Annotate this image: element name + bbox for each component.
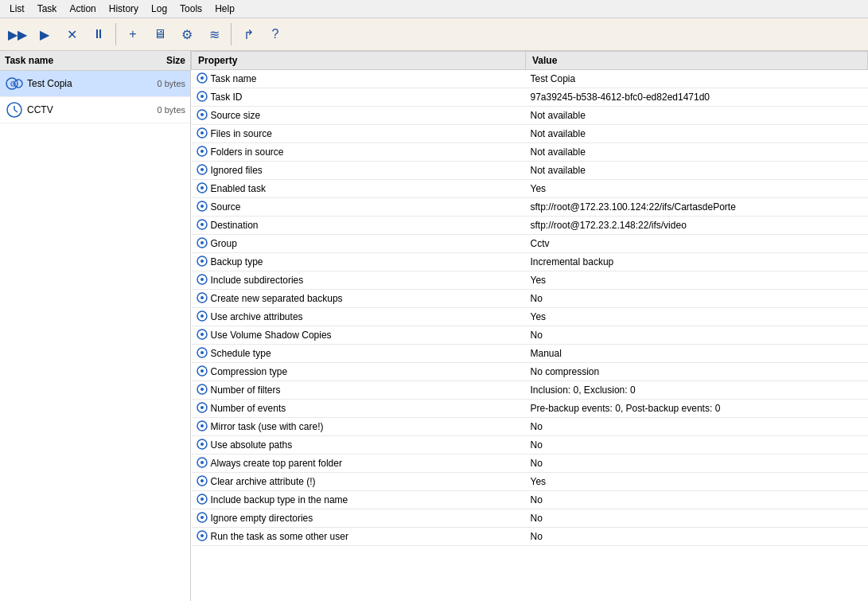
property-name-cell: Folders in source: [192, 143, 526, 162]
svg-point-45: [200, 424, 204, 427]
property-name-text: Number of events: [211, 403, 286, 414]
property-name-cell: Backup type: [192, 253, 526, 271]
property-value-cell: Not available: [526, 107, 868, 125]
col-header-taskname: Task name: [0, 53, 134, 68]
task-row[interactable]: ⚙ Test Copia0 bytes: [0, 71, 190, 97]
run-icon: ▶: [40, 27, 49, 42]
svg-point-17: [200, 168, 204, 171]
property-name-text: Task ID: [211, 92, 243, 103]
property-name-cell: Destination: [192, 217, 526, 235]
toolbar-separator: [231, 23, 232, 45]
property-name-cell: Run the task as some other user: [192, 528, 526, 546]
task-name-label: CCTV: [27, 104, 130, 115]
property-name-text: Task name: [211, 73, 257, 84]
property-row: Ignore empty directoriesNo: [192, 509, 868, 528]
property-name-cell: Group: [192, 235, 526, 253]
property-name-cell: Mirror task (use with care!): [192, 418, 526, 436]
property-icon: [197, 127, 208, 140]
move-icon: ↱: [243, 27, 254, 42]
property-row: Create new separated backupsNo: [192, 290, 868, 308]
svg-point-57: [200, 534, 204, 537]
run-all-button[interactable]: ▶▶: [5, 21, 30, 47]
add-icon: +: [129, 27, 136, 41]
property-value-cell: Yes: [526, 308, 868, 326]
menu-item-task[interactable]: Task: [31, 2, 64, 16]
property-value-cell: No compression: [526, 363, 868, 381]
property-icon: [197, 530, 208, 543]
property-value-cell: Yes: [526, 473, 868, 491]
property-name-cell: Use absolute paths: [192, 436, 526, 455]
settings-button[interactable]: ⚙: [174, 21, 200, 47]
property-row: Include subdirectoriesYes: [192, 271, 868, 290]
property-icon: [197, 439, 208, 451]
property-icon: [197, 475, 208, 488]
property-row: Mirror task (use with care!)No: [192, 418, 868, 436]
move-button[interactable]: ↱: [235, 21, 261, 47]
property-row: Number of filtersInclusion: 0, Exclusion…: [192, 381, 868, 400]
task-row[interactable]: CCTV0 bytes: [0, 97, 190, 123]
property-row: Schedule typeManual: [192, 345, 868, 363]
property-value-cell: Manual: [526, 345, 868, 363]
menu-item-history[interactable]: History: [103, 2, 145, 16]
menu-item-list[interactable]: List: [3, 2, 31, 16]
property-name-text: Backup type: [211, 256, 263, 267]
property-name-text: Folders in source: [211, 146, 284, 158]
property-row: Task ID97a39245-b538-4612-bfc0-ed82ed147…: [192, 88, 868, 107]
property-value-cell: Inclusion: 0, Exclusion: 0: [526, 381, 868, 400]
property-name-cell: Number of events: [192, 400, 526, 418]
property-value-cell: No: [526, 509, 868, 528]
property-value-cell: No: [526, 491, 868, 509]
menu-item-help[interactable]: Help: [208, 2, 241, 16]
pause-button[interactable]: ⏸: [86, 21, 111, 47]
stop-button[interactable]: ✕: [59, 21, 84, 47]
run-all-icon: ▶▶: [8, 27, 27, 42]
property-value-cell: 97a39245-b538-4612-bfc0-ed82ed1471d0: [526, 88, 868, 107]
property-row: Folders in sourceNot available: [192, 143, 868, 162]
menu-item-log[interactable]: Log: [145, 2, 173, 16]
property-name-cell: Include backup type in the name: [192, 491, 526, 509]
run-button[interactable]: ▶: [32, 21, 57, 47]
property-name-cell: Files in source: [192, 125, 526, 143]
property-icon: [197, 182, 208, 195]
left-panel: Task name Size ⚙ Test Copia0 bytes CCTV0…: [0, 51, 191, 601]
menu-item-action[interactable]: Action: [63, 2, 102, 16]
property-name-cell: Source: [192, 198, 526, 217]
svg-point-47: [200, 443, 204, 446]
property-icon: [197, 256, 208, 268]
property-name-cell: Use archive attributes: [192, 308, 526, 326]
property-name-text: Enabled task: [211, 183, 266, 194]
property-icon: [197, 457, 208, 470]
edit-destination-button[interactable]: 🖥: [147, 21, 173, 47]
settings-icon: ⚙: [181, 27, 193, 42]
property-value-cell: No: [526, 418, 868, 436]
property-name-cell: Ignore empty directories: [192, 509, 526, 528]
property-row: Source sizeNot available: [192, 107, 868, 125]
svg-point-43: [200, 406, 204, 409]
svg-point-41: [200, 388, 204, 391]
right-panel: Property Value Task nameTest Copia Task …: [191, 51, 868, 601]
gear-icon: ⚙: [5, 74, 24, 93]
property-value-cell: No: [526, 528, 868, 546]
task-list-header: Task name Size: [0, 51, 190, 71]
menu-item-tools[interactable]: Tools: [173, 2, 208, 16]
property-row: Use archive attributesYes: [192, 308, 868, 326]
property-name-cell: Schedule type: [192, 345, 526, 363]
pause-icon: ⏸: [92, 27, 105, 41]
property-name-cell: Task name: [192, 70, 526, 88]
property-name-text: Ignore empty directories: [211, 513, 313, 524]
network-button[interactable]: ≋: [201, 21, 227, 47]
property-name-cell: Compression type: [192, 363, 526, 381]
property-row: Clear archive attribute (!)Yes: [192, 473, 868, 491]
property-name-text: Schedule type: [211, 348, 271, 359]
property-name-text: Use absolute paths: [211, 439, 293, 451]
property-value-cell: Not available: [526, 143, 868, 162]
svg-point-31: [200, 296, 204, 299]
property-icon: [197, 219, 208, 232]
col-header-size: Size: [134, 53, 190, 68]
add-button[interactable]: +: [120, 21, 146, 47]
property-value-cell: sftp://root@172.23.100.124:22/ifs/Cartas…: [526, 198, 868, 217]
property-icon: [197, 494, 208, 506]
help-button[interactable]: ?: [263, 21, 288, 47]
help-icon: ?: [272, 27, 279, 41]
property-row: Ignored filesNot available: [192, 162, 868, 180]
